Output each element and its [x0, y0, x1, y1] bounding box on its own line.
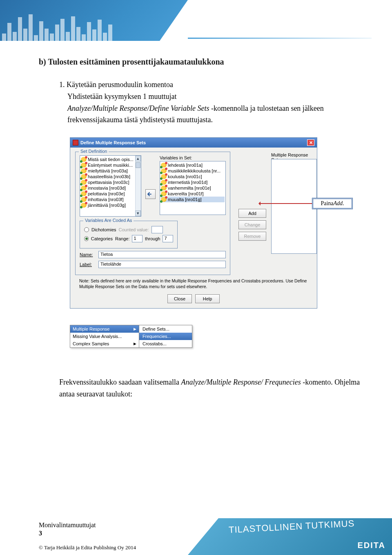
dichotomies-label: Dichotomies [91, 227, 116, 232]
para2-command: Analyze/Multiple Response/ Frequnecies [181, 378, 303, 386]
set-definition-legend: Set Definition [79, 149, 109, 154]
variable-icon [161, 163, 167, 168]
close-icon[interactable]: ✕ [307, 139, 314, 146]
menu-item-multiple-response[interactable]: Multiple Response▶ [70, 325, 139, 333]
page-header-banner [0, 0, 188, 41]
step-line1: Yhdistetään kysymyksen 1 muuttujat [67, 92, 176, 101]
counted-value-input [151, 226, 163, 233]
footer-banner: TILASTOLLINEN TUTKIMUS EDITA [188, 518, 392, 555]
chevron-right-icon: ▶ [134, 327, 136, 331]
label-input[interactable]: Tietolähde [98, 261, 226, 268]
variable-icon [161, 186, 167, 190]
para2-line-a: Frekvenssitaulukko saadaan valitsemalla [59, 378, 181, 386]
variables-coded-as-fieldset: Variables Are Coded As Dichotomies Count… [80, 221, 178, 248]
variables-coded-as-legend: Variables Are Coded As [83, 218, 134, 223]
move-variable-button[interactable] [145, 189, 156, 199]
set-definition-fieldset: Set Definition ▲ ▼ Mistä sait tiedon opi… [75, 152, 230, 275]
banner-bars-decoration [2, 14, 112, 41]
variable-icon [161, 168, 167, 173]
analyze-menu: Multiple Response▶ Missing Value Analysi… [70, 325, 139, 348]
book-title: TILASTOLLINEN TUTKIMUS [229, 518, 355, 535]
dialog-note: Note: Sets defined here are only availab… [79, 278, 308, 289]
variable-icon [81, 168, 87, 173]
dichotomies-radio[interactable] [84, 227, 89, 232]
menu-item-missing-value[interactable]: Missing Value Analysis... [70, 333, 139, 340]
define-multiple-response-sets-dialog: Define Multiple Response Sets ✕ Set Defi… [70, 137, 317, 309]
variable-icon [81, 186, 87, 190]
dialog-screenshot: Define Multiple Response Sets ✕ Set Defi… [70, 137, 361, 309]
app-icon [73, 140, 78, 145]
categories-radio[interactable] [84, 236, 89, 241]
multiple-response-sets-list[interactable] [271, 159, 317, 254]
categories-label: Categories [91, 236, 113, 241]
footer-title: Monivalintamuuttujat [39, 521, 96, 529]
change-button[interactable]: Change [238, 220, 266, 229]
header-divider [188, 38, 372, 39]
name-label: Name: [80, 252, 96, 257]
variables-in-set-label: Variables in Set: [160, 155, 226, 160]
page-number: 3 [39, 530, 96, 537]
menu-screenshot: Multiple Response▶ Missing Value Analysi… [70, 325, 192, 348]
scroll-up-icon[interactable]: ▲ [135, 156, 141, 161]
variable-icon [81, 163, 87, 168]
variables-in-set-list[interactable]: lehdestä [nro01a] musiikkileikkikoulusta… [160, 161, 226, 215]
footer-copyright: © Tarja Heikkilä ja Edita Publishing Oy … [39, 544, 136, 551]
add-button[interactable]: Add [238, 209, 266, 218]
range-to-input[interactable]: 7 [163, 235, 173, 242]
dialog-titlebar: Define Multiple Response Sets ✕ [70, 138, 317, 148]
step-1-paragraph: 1. Käytetään perusmoduulin komentoa Yhdi… [59, 79, 361, 126]
help-button[interactable]: Help [195, 294, 220, 303]
range-label: Range: [115, 236, 129, 241]
name-input[interactable]: Tietoa [98, 251, 226, 258]
step-number: 1. [59, 81, 65, 89]
variable-icon [81, 157, 87, 162]
scrollbar-track[interactable] [135, 161, 141, 210]
submenu-item-define-sets[interactable]: Define Sets... [139, 325, 192, 333]
menu-item-complex-samples[interactable]: Complex Samples▶ [70, 340, 139, 347]
close-button[interactable]: Close [167, 294, 192, 303]
callout-arrow [260, 203, 312, 204]
page-footer: Monivalintamuuttujat 3 © Tarja Heikkilä … [0, 508, 392, 555]
variable-icon [81, 180, 87, 185]
submenu-item-crosstabs[interactable]: Crosstabs... [139, 340, 192, 347]
callout-box: Paina Add . [312, 198, 353, 209]
variable-icon [161, 180, 167, 185]
variable-icon [81, 203, 87, 208]
variable-icon [81, 174, 87, 179]
label-label: Label: [80, 262, 96, 267]
scrollbar-thumb[interactable] [136, 162, 140, 168]
result-paragraph: Frekvenssitaulukko saadaan valitsemalla … [59, 376, 361, 400]
variable-icon [161, 197, 167, 202]
section-heading: b) Tulosten esittäminen prosenttijakauma… [39, 57, 361, 67]
step-intro: Käytetään perusmoduulin komentoa [67, 81, 173, 89]
available-variables-list[interactable]: ▲ ▼ Mistä sait tiedon opis... Esiintymis… [80, 155, 141, 217]
chevron-right-icon: ▶ [134, 342, 136, 346]
range-from-input[interactable]: 1 [132, 235, 143, 242]
multiple-response-submenu: Define Sets... Frequencies... Crosstabs.… [139, 325, 192, 348]
variable-icon [161, 174, 167, 179]
counted-value-label: Counted value: [119, 227, 149, 232]
callout-action: Add [334, 200, 343, 207]
variable-icon [81, 191, 87, 196]
step-command: Analyze/Multiple Response/Define Variabl… [67, 104, 209, 112]
callout-prefix: Paina [321, 200, 333, 207]
variable-icon [81, 197, 87, 202]
through-label: through [145, 236, 160, 241]
callout-suffix: . [343, 200, 344, 207]
remove-button[interactable]: Remove [238, 232, 266, 241]
publisher-logo: EDITA [357, 541, 385, 550]
dialog-title: Define Multiple Response Sets [80, 140, 146, 145]
scroll-down-icon[interactable]: ▼ [135, 210, 141, 216]
variable-icon [161, 191, 167, 196]
submenu-item-frequencies[interactable]: Frequencies... [139, 333, 192, 340]
